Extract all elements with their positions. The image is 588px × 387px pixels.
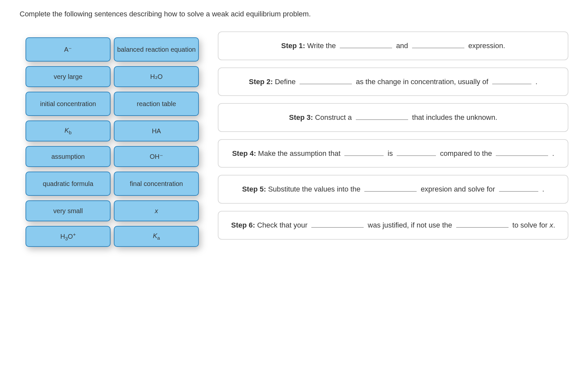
step-4-text-1: Make the assumption that [256,149,342,157]
step-3-label: Step 3: [289,113,313,121]
tile-final-concentration[interactable]: final concentration [114,172,199,196]
step-2-text-2: as the change in concentration, usually … [354,78,490,86]
step-5-label: Step 5: [242,185,266,193]
tile-oh-minus[interactable]: OH⁻ [114,146,199,167]
tile-quadratic-formula[interactable]: quadratic formula [26,172,111,196]
step-2-text-1: Define [273,78,298,86]
tile-reaction-table[interactable]: reaction table [114,92,199,116]
step-6-blank-1[interactable] [311,220,364,228]
step-6-label: Step 6: [231,221,255,229]
instruction-text: Complete the following sentences describ… [20,10,568,18]
step-4-text-4: . [550,149,554,157]
step-3-text-1: Construct a [313,113,354,121]
tile-h3o-plus[interactable]: H3O+ [26,226,111,247]
step-6: Step 6: Check that your was justified, i… [218,211,568,240]
step-2-label: Step 2: [249,78,273,86]
step-5: Step 5: Substitute the values into the e… [218,175,568,204]
tile-balanced-reaction-equation[interactable]: balanced reaction equation [114,37,199,62]
tile-kb[interactable]: Kb [26,120,111,141]
tile-very-small[interactable]: very small [26,200,111,221]
step-4-blank-1[interactable] [344,148,384,156]
step-4-label: Step 4: [232,149,256,157]
ka-text: Ka [153,232,160,241]
step-4-blank-3[interactable] [496,148,548,156]
tile-ha[interactable]: HA [114,120,199,141]
steps-column: Step 1: Write the and expression. Step 2… [218,31,568,240]
step-6-text-5: . [553,221,555,229]
step-5-text-2: expresion and solve for [419,185,497,193]
step-1-blank-1[interactable] [340,41,392,48]
content-area: A⁻ balanced reaction equation very large… [20,31,568,255]
tile-bank: A⁻ balanced reaction equation very large… [20,31,205,255]
step-4-text-3: compared to the [438,149,494,157]
tile-a-minus[interactable]: A⁻ [26,37,111,62]
step-1-label: Step 1: [281,42,305,50]
step-6-x: x [550,221,553,229]
step-3: Step 3: Construct a that includes the un… [218,103,568,132]
step-4-blank-2[interactable] [397,148,436,156]
step-2-text-3: . [533,78,537,86]
step-4: Step 4: Make the assumption that is comp… [218,139,568,168]
step-1-text-3: expression. [466,42,505,50]
step-2: Step 2: Define as the change in concentr… [218,67,568,96]
kb-text: Kb [64,127,72,135]
h3o-text: H3O+ [61,231,76,241]
tile-h2o[interactable]: H₂O [114,66,199,87]
step-2-blank-1[interactable] [300,77,352,84]
step-3-blank-1[interactable] [356,112,408,120]
step-5-blank-1[interactable] [364,184,417,192]
tile-assumption[interactable]: assumption [26,146,111,167]
step-6-text-3: to solve for [510,221,550,229]
step-5-blank-2[interactable] [499,184,538,192]
x-text: x [155,207,158,215]
step-1: Step 1: Write the and expression. [218,31,568,60]
step-5-text-1: Substitute the values into the [266,185,363,193]
step-6-text-1: Check that your [255,221,309,229]
step-3-text-2: that includes the unknown. [410,113,497,121]
tile-x[interactable]: x [114,200,199,221]
tile-initial-concentration[interactable]: initial concentration [26,92,111,116]
step-2-blank-2[interactable] [492,77,531,84]
step-4-text-2: is [386,149,395,157]
tile-very-large[interactable]: very large [26,66,111,87]
step-1-blank-2[interactable] [412,41,464,48]
step-5-text-3: . [540,185,544,193]
step-6-blank-2[interactable] [456,220,509,228]
step-6-text-2: was justified, if not use the [366,221,454,229]
step-1-text-2: and [394,42,410,50]
step-1-text-1: Write the [305,42,338,50]
tile-ka[interactable]: Ka [114,226,199,247]
